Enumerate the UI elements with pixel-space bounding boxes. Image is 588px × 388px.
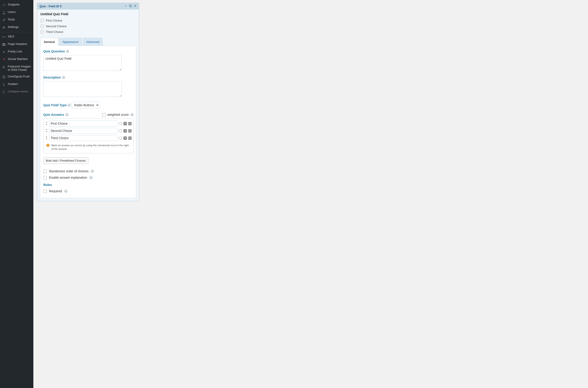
checkbox-icon [43,176,47,179]
info-icon: ! [46,144,49,147]
help-icon[interactable]: ? [65,113,69,116]
sidebar-item-tools[interactable]: Tools [0,16,33,24]
help-icon[interactable]: ? [91,170,94,173]
seo-icon [2,35,6,39]
help-icon[interactable]: ? [64,190,67,193]
quiz-question-input[interactable] [43,55,122,71]
svg-point-0 [3,11,4,12]
sidebar-item-pretty-link[interactable]: Pretty Link [0,48,33,56]
answers-hint: ! Mark an answer as correct by using the… [45,142,132,151]
answer-input[interactable] [49,128,118,134]
sidebar-label: Page Headers [8,42,27,46]
sidebar-item-social-warfare[interactable]: Social Warfare [0,56,33,63]
answer-row: ＋ － [45,127,132,134]
tab-body-general: Quiz Question ? Description ? Quiz Field… [40,46,136,198]
tab-appearance[interactable]: Appearance [59,38,82,46]
social-warfare-icon [2,57,6,62]
answer-row: ＋ － [45,120,132,127]
tab-general[interactable]: General [40,38,58,46]
wrench-icon [2,18,6,22]
label-text: Quiz Field Type [43,103,67,107]
bell-icon [2,75,6,79]
sidebar-item-snippets[interactable]: Snippets [0,1,33,9]
scissors-icon [2,3,6,7]
required-option[interactable]: Required ? [43,188,133,194]
drag-handle-icon[interactable] [45,129,48,133]
sidebar-label: SEO [8,35,14,38]
option-label: Randomize order of choices [49,169,89,173]
tabs-row: General Appearance Advanced [37,38,139,46]
collapse-up-icon[interactable] [124,4,127,8]
section-description: Description ? [43,76,133,98]
add-answer-icon[interactable]: ＋ [123,136,127,140]
help-icon[interactable]: ? [68,103,71,107]
answers-box: ＋ － ＋ － [43,118,134,153]
mark-correct-icon[interactable] [119,136,122,140]
sidebar-collapse[interactable]: Collapse menu [0,88,33,96]
sidebar-label: Collapse menu [8,90,28,93]
quiz-question-label: Quiz Question ? [43,49,69,53]
duplicate-icon[interactable] [129,4,132,8]
description-input[interactable] [43,81,122,97]
sidebar-label: Avatars [8,82,18,86]
choice-label: Third Choice [46,30,63,34]
tab-advanced[interactable]: Advanced [83,38,103,46]
remove-answer-icon[interactable]: － [128,129,132,133]
sidebar-item-settings[interactable]: Settings [0,24,33,31]
help-icon[interactable]: ? [89,176,93,179]
preview-choice[interactable]: First Choice [40,18,136,24]
checkbox-icon [43,190,47,193]
checkbox-icon [102,113,106,117]
label-text: Quiz Question [43,49,65,53]
sliders-icon [2,25,6,29]
enable-explanation-option[interactable]: Enable answer explanation ? [43,174,133,181]
sidebar-label: Pretty Link [8,50,22,53]
preview-choice[interactable]: Third Choice [40,29,136,35]
answer-row: ＋ － [45,134,132,142]
weighted-label: weighted score [107,113,129,117]
add-answer-icon[interactable]: ＋ [123,129,127,133]
mark-correct-icon[interactable] [119,122,122,125]
sidebar-item-avatars[interactable]: Avatars [0,81,33,88]
svg-point-4 [2,67,3,68]
preview-choice[interactable]: Second Choice [40,24,136,29]
drag-handle-icon[interactable] [45,136,48,140]
randomize-option[interactable]: Randomize order of choices ? [43,168,133,174]
sidebar-label: Tools [8,18,15,21]
sidebar-item-users[interactable]: Users [0,9,33,16]
field-type-label: Quiz Field Type ? [43,103,71,107]
help-icon[interactable]: ? [66,50,69,53]
sidebar-item-seo[interactable]: SEO [0,33,33,41]
radio-icon [40,30,44,34]
remove-answer-icon[interactable]: － [128,122,132,125]
section-quiz-question: Quiz Question ? [43,49,133,72]
sidebar-divider [0,32,33,32]
sidebar-item-page-headers[interactable]: Page Headers [0,41,33,48]
section-quiz-answers: Quiz Answers ? weighted score ? [43,113,133,153]
quiz-answers-label: Quiz Answers ? [43,113,69,117]
quiz-field-panel: Quiz : Field ID 5 Untitled Quiz Field Fi… [37,3,139,201]
star-icon [2,50,6,54]
section-field-type: Quiz Field Type ? Radio Buttons [43,102,133,109]
user-icon [2,10,6,15]
admin-sidebar: Snippets Users Tools Settings SEO Page H… [0,0,33,388]
sidebar-item-onesignal[interactable]: OneSignal Push [0,73,33,81]
help-icon[interactable]: ? [62,76,65,79]
checkbox-icon [43,170,47,173]
weighted-score-option[interactable]: weighted score ? [102,113,134,117]
sidebar-item-featured-images[interactable]: Featured Images In RSS Feeds [0,63,33,73]
drag-handle-icon[interactable] [45,122,48,125]
rss-icon [2,65,6,69]
sidebar-label: Snippets [8,3,20,6]
answer-input[interactable] [49,121,118,126]
answer-input[interactable] [49,135,118,141]
collapse-icon [2,90,6,94]
add-answer-icon[interactable]: ＋ [123,122,127,125]
bulk-add-button[interactable]: Bulk Add / Predefined Choices [43,157,88,164]
panel-header: Quiz : Field ID 5 [37,3,139,10]
close-icon[interactable] [134,4,137,8]
field-type-select[interactable]: Radio Buttons [72,102,99,109]
help-icon[interactable]: ? [131,113,134,116]
mark-correct-icon[interactable] [119,129,122,132]
remove-answer-icon[interactable]: － [128,136,132,140]
